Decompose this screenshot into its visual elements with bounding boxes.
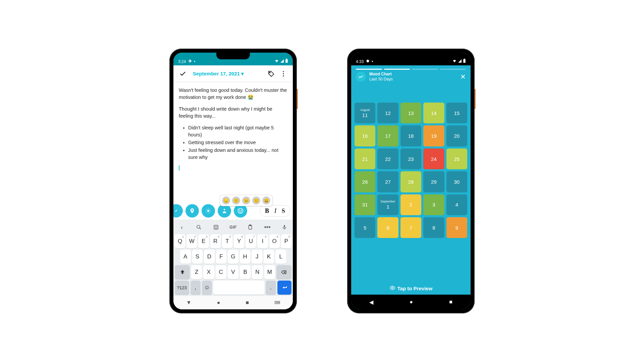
period-key[interactable]: . — [266, 281, 276, 295]
mood-day-cell[interactable]: 6 — [377, 217, 398, 238]
mood-day-cell[interactable]: 19 — [423, 125, 444, 146]
story-segment[interactable] — [384, 69, 410, 70]
kb-mic-icon[interactable] — [279, 222, 289, 232]
key-r[interactable]: R4 — [210, 234, 221, 248]
people-button[interactable] — [218, 204, 231, 218]
mood-face-icon[interactable]: 😞 — [222, 196, 230, 204]
location-button[interactable] — [185, 204, 199, 218]
key-u[interactable]: U7 — [246, 234, 256, 248]
mood-day-cell[interactable]: 24 — [423, 148, 444, 169]
mood-day-cell[interactable]: 3 — [423, 194, 444, 215]
kb-back-button[interactable]: ‹ — [177, 222, 187, 232]
mood-day-cell[interactable]: 30 — [446, 171, 467, 192]
mood-day-cell[interactable]: 12 — [377, 103, 398, 123]
mood-day-cell[interactable]: 20 — [446, 125, 467, 146]
key-g[interactable]: G — [228, 250, 238, 264]
key-y[interactable]: Y6 — [234, 234, 244, 248]
kb-search-icon[interactable] — [194, 222, 204, 232]
mood-day-cell[interactable]: 8 — [423, 217, 444, 238]
mood-day-cell[interactable]: August11 — [355, 103, 375, 123]
key-t[interactable]: T5 — [222, 234, 232, 248]
key-n[interactable]: N — [252, 265, 263, 279]
overflow-menu-button[interactable] — [277, 68, 289, 80]
key-v[interactable]: V — [228, 265, 238, 279]
mood-day-cell[interactable]: 15 — [446, 103, 467, 123]
mood-day-cell[interactable]: 7 — [400, 217, 421, 238]
tap-to-preview-button[interactable]: Tap to Preview — [351, 285, 471, 292]
shift-key[interactable] — [175, 265, 190, 279]
key-d[interactable]: D — [204, 250, 215, 264]
date-dropdown[interactable]: September 17, 2021 ▾ — [189, 71, 265, 77]
close-button[interactable]: ✕ — [460, 73, 466, 81]
story-segment[interactable] — [356, 69, 382, 70]
key-e[interactable]: E3 — [198, 234, 209, 248]
mood-day-cell[interactable]: 23 — [400, 148, 421, 169]
key-p[interactable]: P0 — [281, 234, 291, 248]
mood-day-cell[interactable]: 22 — [377, 148, 398, 169]
emoji-key[interactable]: ☺ — [202, 281, 212, 295]
confirm-button[interactable] — [177, 68, 189, 80]
bold-button[interactable]: B — [265, 207, 269, 215]
mood-day-cell[interactable]: 9 — [446, 217, 467, 238]
mood-day-cell[interactable]: 18 — [400, 125, 421, 146]
nav-back-icon[interactable]: ◀ — [369, 299, 373, 305]
key-b[interactable]: B — [240, 265, 251, 279]
nav-home-icon[interactable]: ● — [217, 300, 220, 306]
strike-button[interactable]: S — [282, 207, 285, 215]
key-a[interactable]: A — [180, 250, 191, 264]
tag-button[interactable] — [265, 68, 277, 80]
italic-button[interactable]: I — [274, 207, 276, 215]
mood-day-cell[interactable]: September1 — [377, 194, 398, 215]
key-f[interactable]: F — [216, 250, 227, 264]
mood-day-cell[interactable]: 2 — [400, 194, 421, 215]
space-key[interactable] — [213, 281, 264, 295]
key-h[interactable]: H — [240, 250, 251, 264]
comma-key[interactable]: , — [191, 281, 201, 295]
mood-day-cell[interactable]: 25 — [446, 148, 467, 169]
kb-gif-button[interactable]: GIF — [228, 222, 238, 232]
mood-day-cell[interactable]: 26 — [355, 171, 375, 192]
weather-button[interactable] — [202, 204, 215, 218]
mood-face-icon[interactable]: 🙁 — [232, 196, 240, 204]
note-editor[interactable]: Wasn't feeling too good today. Couldn't … — [173, 82, 293, 202]
mood-button[interactable] — [234, 204, 247, 218]
mood-day-cell[interactable]: 14 — [423, 103, 444, 123]
key-s[interactable]: S — [192, 250, 203, 264]
nav-recent-icon[interactable]: ■ — [449, 299, 452, 305]
key-l[interactable]: L — [275, 250, 286, 264]
mood-day-cell[interactable]: 29 — [423, 171, 444, 192]
nav-home-icon[interactable]: ● — [410, 299, 413, 305]
kb-more-icon[interactable]: ••• — [262, 222, 272, 232]
key-q[interactable]: Q1 — [175, 234, 185, 248]
mood-face-icon[interactable]: 😐 — [242, 196, 250, 204]
mood-day-cell[interactable]: 4 — [446, 194, 467, 215]
story-segment[interactable] — [412, 69, 438, 70]
key-j[interactable]: J — [252, 250, 262, 264]
backspace-key[interactable] — [276, 265, 291, 279]
mood-day-cell[interactable]: 21 — [355, 148, 375, 169]
nav-keyboard-icon[interactable]: ⌨ — [274, 300, 280, 305]
mood-day-cell[interactable]: 13 — [400, 103, 421, 123]
mood-day-cell[interactable]: 16 — [355, 125, 375, 146]
nav-recent-icon[interactable]: ■ — [246, 300, 249, 306]
key-m[interactable]: M — [264, 265, 275, 279]
mood-day-cell[interactable]: 28 — [400, 171, 421, 192]
key-k[interactable]: K — [264, 250, 274, 264]
story-segment[interactable] — [440, 69, 466, 70]
nav-back-icon[interactable]: ▼ — [186, 300, 192, 306]
mood-face-icon[interactable]: 😄 — [262, 196, 270, 204]
symbols-key[interactable]: ?123 — [175, 281, 189, 295]
key-i[interactable]: I8 — [257, 234, 268, 248]
mood-day-cell[interactable]: 27 — [377, 171, 398, 192]
mood-day-cell[interactable]: 5 — [355, 217, 375, 238]
key-o[interactable]: O9 — [269, 234, 280, 248]
key-w[interactable]: W2 — [186, 234, 197, 248]
key-z[interactable]: Z — [191, 265, 202, 279]
mood-day-cell[interactable]: 17 — [377, 125, 398, 146]
key-c[interactable]: C — [216, 265, 226, 279]
mood-day-cell[interactable]: 31 — [355, 194, 375, 215]
key-x[interactable]: X — [203, 265, 214, 279]
kb-clipboard-icon[interactable] — [245, 222, 255, 232]
mood-face-icon[interactable]: 🙂 — [252, 196, 260, 204]
kb-sticker-icon[interactable] — [211, 222, 221, 232]
